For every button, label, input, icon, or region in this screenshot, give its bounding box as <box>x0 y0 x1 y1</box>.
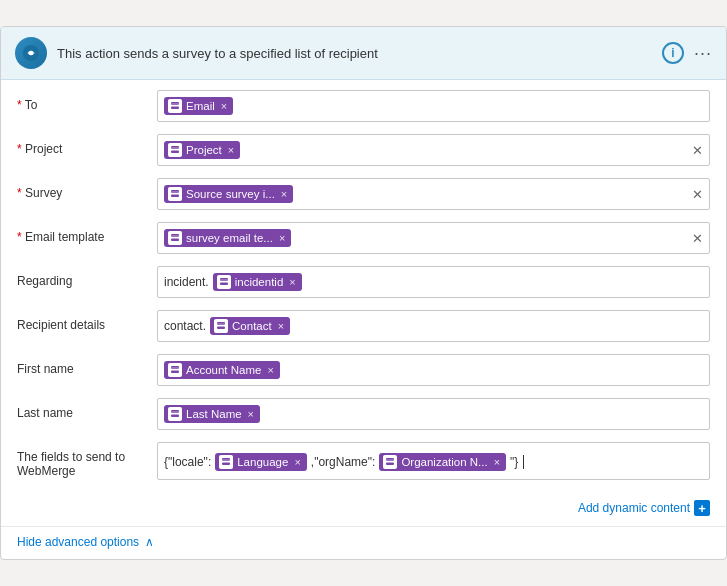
token-last-name[interactable]: Last Name × <box>164 405 260 423</box>
field-email-template-clear[interactable]: ✕ <box>692 231 703 246</box>
field-project-clear[interactable]: ✕ <box>692 143 703 158</box>
svg-rect-26 <box>222 458 230 461</box>
webmerge-prefix: {"locale": <box>164 455 211 469</box>
token-email-template-remove[interactable]: × <box>279 232 285 244</box>
token-db-icon <box>168 231 182 245</box>
form-row-email-template: * Email template survey email te... × ✕ <box>17 222 710 258</box>
svg-rect-29 <box>386 458 394 461</box>
token-incidentid[interactable]: incidentid × <box>213 273 302 291</box>
token-last-name-remove[interactable]: × <box>248 408 254 420</box>
token-project-label: Project <box>186 144 222 156</box>
info-icon[interactable]: i <box>662 42 684 64</box>
token-project[interactable]: Project × <box>164 141 240 159</box>
hide-advanced-button[interactable]: Hide advanced options <box>17 535 139 549</box>
svg-rect-12 <box>171 239 179 242</box>
token-project-remove[interactable]: × <box>228 144 234 156</box>
field-to[interactable]: Email × <box>157 90 710 122</box>
field-survey-clear[interactable]: ✕ <box>692 187 703 202</box>
svg-rect-3 <box>171 107 179 110</box>
svg-rect-18 <box>217 327 225 330</box>
svg-rect-5 <box>171 146 179 149</box>
form-row-last-name: Last name Last Name × <box>17 398 710 434</box>
add-dynamic-plus-icon: + <box>694 500 710 516</box>
svg-rect-24 <box>171 415 179 418</box>
token-org-name[interactable]: Organization N... × <box>379 453 506 471</box>
hide-advanced-section: Hide advanced options ∧ <box>1 526 726 559</box>
card-body: * To Email × * Project Project <box>1 80 726 496</box>
field-first-name[interactable]: Account Name × <box>157 354 710 386</box>
form-row-recipient-details: Recipient details contact. Contact × <box>17 310 710 346</box>
field-survey[interactable]: Source survey i... × ✕ <box>157 178 710 210</box>
token-db-icon <box>219 455 233 469</box>
card-footer: Add dynamic content + <box>1 496 726 526</box>
token-db-icon <box>214 319 228 333</box>
token-db-icon <box>168 99 182 113</box>
svg-rect-2 <box>171 102 179 105</box>
token-db-icon <box>217 275 231 289</box>
svg-rect-17 <box>217 322 225 325</box>
chevron-up-icon: ∧ <box>145 535 154 549</box>
header-title: This action sends a survey to a specifie… <box>57 46 652 61</box>
svg-rect-27 <box>222 463 230 466</box>
add-dynamic-content-button[interactable]: Add dynamic content + <box>578 500 710 516</box>
field-webmerge[interactable]: {"locale": Language × ,"orgName": Organi… <box>157 442 710 480</box>
token-db-icon <box>168 143 182 157</box>
svg-rect-15 <box>220 283 228 286</box>
token-account-name-label: Account Name <box>186 364 261 376</box>
token-contact-remove[interactable]: × <box>278 320 284 332</box>
token-email-label: Email <box>186 100 215 112</box>
token-db-icon <box>168 407 182 421</box>
token-language-remove[interactable]: × <box>294 456 300 468</box>
token-language[interactable]: Language × <box>215 453 307 471</box>
token-db-icon <box>168 187 182 201</box>
form-row-regarding: Regarding incident. incidentid × <box>17 266 710 302</box>
svg-rect-6 <box>171 151 179 154</box>
token-db-icon <box>168 363 182 377</box>
token-org-name-label: Organization N... <box>401 456 487 468</box>
token-language-label: Language <box>237 456 288 468</box>
token-survey-remove[interactable]: × <box>281 188 287 200</box>
svg-rect-23 <box>171 410 179 413</box>
field-regarding[interactable]: incident. incidentid × <box>157 266 710 298</box>
label-last-name: Last name <box>17 398 157 420</box>
label-project: * Project <box>17 134 157 156</box>
svg-point-1 <box>29 51 34 56</box>
recipient-prefix: contact. <box>164 319 206 333</box>
field-project[interactable]: Project × ✕ <box>157 134 710 166</box>
svg-rect-14 <box>220 278 228 281</box>
token-db-icon <box>383 455 397 469</box>
label-to: * To <box>17 90 157 112</box>
label-first-name: First name <box>17 354 157 376</box>
token-email[interactable]: Email × <box>164 97 233 115</box>
token-email-remove[interactable]: × <box>221 100 227 112</box>
field-email-template[interactable]: survey email te... × ✕ <box>157 222 710 254</box>
label-webmerge: The fields to send to WebMerge <box>17 442 157 478</box>
svg-rect-9 <box>171 195 179 198</box>
add-dynamic-label: Add dynamic content <box>578 501 690 515</box>
token-last-name-label: Last Name <box>186 408 242 420</box>
form-row-project: * Project Project × ✕ <box>17 134 710 170</box>
more-options-icon[interactable]: ··· <box>694 43 712 64</box>
token-incidentid-remove[interactable]: × <box>289 276 295 288</box>
card-header: This action sends a survey to a specifie… <box>1 27 726 80</box>
label-regarding: Regarding <box>17 266 157 288</box>
token-survey[interactable]: Source survey i... × <box>164 185 293 203</box>
token-contact-label: Contact <box>232 320 272 332</box>
label-survey: * Survey <box>17 178 157 200</box>
svg-rect-20 <box>171 366 179 369</box>
app-icon <box>15 37 47 69</box>
token-org-name-remove[interactable]: × <box>494 456 500 468</box>
token-contact[interactable]: Contact × <box>210 317 290 335</box>
token-email-template[interactable]: survey email te... × <box>164 229 291 247</box>
action-card: This action sends a survey to a specifie… <box>0 26 727 560</box>
token-account-name-remove[interactable]: × <box>267 364 273 376</box>
token-account-name[interactable]: Account Name × <box>164 361 280 379</box>
token-incidentid-label: incidentid <box>235 276 284 288</box>
field-last-name[interactable]: Last Name × <box>157 398 710 430</box>
text-cursor <box>523 455 524 469</box>
label-email-template: * Email template <box>17 222 157 244</box>
token-survey-label: Source survey i... <box>186 188 275 200</box>
form-row-first-name: First name Account Name × <box>17 354 710 390</box>
field-recipient-details[interactable]: contact. Contact × <box>157 310 710 342</box>
svg-rect-8 <box>171 190 179 193</box>
